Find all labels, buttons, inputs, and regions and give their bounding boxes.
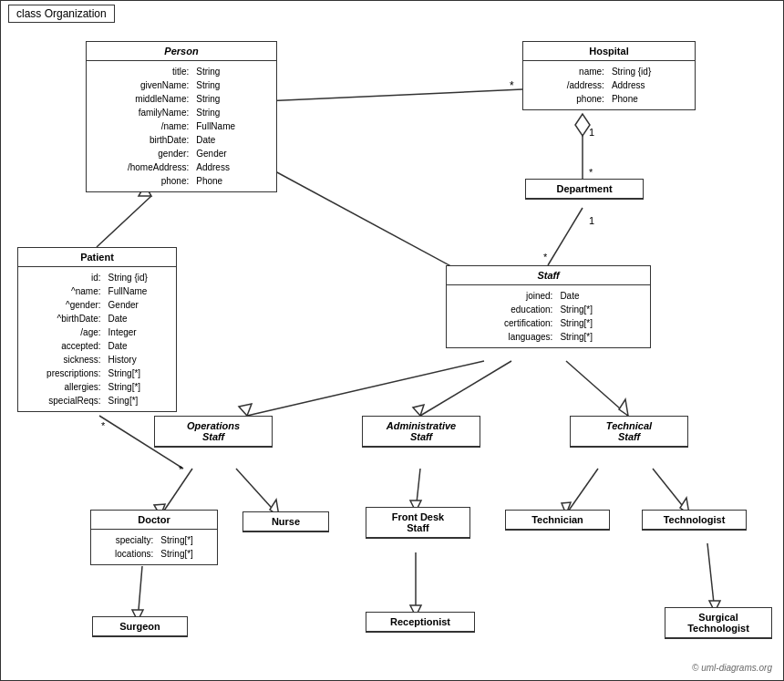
svg-text:1: 1 (589, 215, 594, 226)
class-patient-attrs: id:String {id} ^name:FullName ^gender:Ge… (18, 267, 176, 411)
diagram-container: class Organization * * 1 * 1 * (0, 0, 784, 681)
class-administrative-staff-name: Administrative Staff (363, 417, 480, 447)
svg-marker-17 (413, 405, 424, 416)
class-nurse: Nurse (242, 511, 329, 532)
class-department-name: Department (526, 180, 643, 199)
class-operations-staff-name: Operations Staff (155, 417, 272, 447)
svg-line-0 (263, 89, 522, 101)
copyright-text: © uml-diagrams.org (692, 663, 772, 673)
class-department: Department (525, 179, 644, 200)
class-doctor-name: Doctor (91, 511, 217, 530)
svg-line-18 (566, 361, 628, 416)
class-technologist: Technologist (642, 510, 747, 531)
svg-line-22 (236, 469, 279, 516)
svg-line-14 (247, 361, 484, 416)
class-staff-name: Staff (447, 266, 650, 285)
svg-line-10 (97, 196, 151, 247)
svg-text:*: * (589, 167, 593, 178)
svg-line-7 (548, 208, 583, 265)
class-doctor-attrs: specialty:String[*] locations:String[*] (91, 530, 217, 564)
svg-text:*: * (543, 252, 548, 263)
svg-line-28 (653, 469, 689, 514)
class-staff: Staff joined:Date education:String[*] ce… (446, 265, 651, 348)
class-technical-staff-name: Technical Staff (571, 417, 687, 447)
svg-marker-4 (575, 114, 590, 136)
diagram-title: class Organization (8, 5, 115, 23)
class-person-attrs: title:String givenName:String middleName… (87, 61, 276, 191)
svg-line-34 (707, 543, 715, 612)
class-receptionist: Receptionist (366, 612, 475, 633)
class-receptionist-name: Receptionist (366, 613, 474, 632)
class-patient: Patient id:String {id} ^name:FullName ^g… (17, 247, 177, 412)
class-hospital: Hospital name:String {id} /address:Addre… (522, 41, 696, 110)
svg-line-30 (138, 566, 142, 621)
class-front-desk-staff: Front Desk Staff (366, 507, 470, 539)
class-hospital-attrs: name:String {id} /address:Address phone:… (523, 61, 695, 109)
svg-text:1: 1 (589, 127, 594, 138)
class-person: Person title:String givenName:String mid… (86, 41, 277, 192)
svg-line-26 (566, 469, 598, 514)
svg-line-24 (416, 469, 420, 511)
svg-line-16 (420, 361, 511, 416)
class-person-name: Person (87, 42, 276, 61)
class-technician: Technician (505, 510, 610, 531)
class-technologist-name: Technologist (643, 511, 746, 530)
class-surgical-technologist-name: Surgical Technologist (665, 608, 771, 638)
class-hospital-name: Hospital (523, 42, 695, 61)
svg-text:*: * (510, 79, 514, 92)
class-surgical-technologist: Surgical Technologist (665, 607, 772, 639)
svg-marker-19 (619, 399, 628, 416)
class-technical-staff: Technical Staff (570, 416, 688, 448)
class-patient-name: Patient (18, 248, 176, 267)
class-doctor: Doctor specialty:String[*] locations:Str… (90, 510, 218, 565)
class-technician-name: Technician (506, 511, 609, 530)
class-nurse-name: Nurse (243, 512, 328, 531)
class-front-desk-staff-name: Front Desk Staff (366, 508, 469, 538)
class-operations-staff: Operations Staff (154, 416, 273, 448)
svg-text:*: * (101, 420, 106, 431)
class-administrative-staff: Administrative Staff (362, 416, 480, 448)
class-staff-attrs: joined:Date education:String[*] certific… (447, 285, 650, 347)
class-surgeon: Surgeon (92, 616, 188, 637)
svg-marker-15 (239, 404, 252, 416)
svg-text:*: * (179, 464, 183, 475)
class-surgeon-name: Surgeon (93, 617, 187, 636)
